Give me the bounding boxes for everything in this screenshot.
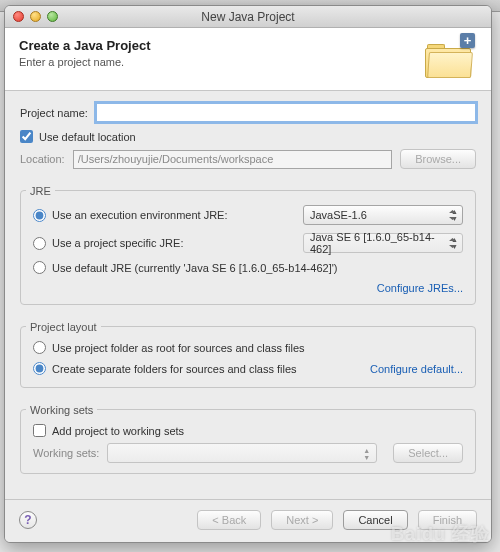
- configure-jres-link[interactable]: Configure JREs...: [33, 282, 463, 294]
- wizard-subtitle: Enter a project name.: [19, 56, 151, 68]
- project-name-label: Project name:: [20, 107, 88, 119]
- exec-env-select[interactable]: JavaSE-1.6▲▼: [303, 205, 463, 225]
- finish-button: Finish: [418, 510, 477, 530]
- layout-separate-radio[interactable]: [33, 362, 46, 375]
- wizard-footer: ? < Back Next > Cancel Finish: [5, 499, 491, 542]
- working-sets-select: ▲▼: [107, 443, 377, 463]
- project-jre-select: Java SE 6 [1.6.0_65-b14-462]▲▼: [303, 233, 463, 253]
- select-working-sets-button: Select...: [393, 443, 463, 463]
- project-layout-group-label: Project layout: [26, 321, 101, 333]
- browse-location-button: Browse...: [400, 149, 476, 169]
- working-sets-label: Working sets:: [33, 447, 99, 459]
- working-sets-group: Add project to working sets Working sets…: [20, 409, 476, 474]
- use-project-jre-radio[interactable]: [33, 237, 46, 250]
- back-button: < Back: [197, 510, 261, 530]
- help-icon[interactable]: ?: [19, 511, 37, 529]
- next-button: Next >: [271, 510, 333, 530]
- use-exec-env-radio[interactable]: [33, 209, 46, 222]
- wizard-heading: Create a Java Project: [19, 38, 151, 53]
- jre-group-label: JRE: [26, 185, 55, 197]
- location-input: [73, 150, 392, 169]
- working-sets-group-label: Working sets: [26, 404, 97, 416]
- cancel-button[interactable]: Cancel: [343, 510, 407, 530]
- project-layout-group: Use project folder as root for sources a…: [20, 326, 476, 388]
- layout-root-radio[interactable]: [33, 341, 46, 354]
- project-name-input[interactable]: [96, 103, 476, 122]
- use-default-location-checkbox[interactable]: Use default location: [20, 130, 476, 143]
- window-title: New Java Project: [5, 10, 491, 24]
- titlebar[interactable]: New Java Project: [5, 6, 491, 28]
- configure-default-link[interactable]: Configure default...: [370, 363, 463, 375]
- dialog-window: New Java Project Create a Java Project E…: [4, 5, 492, 543]
- new-project-folder-icon: +: [425, 36, 473, 78]
- jre-group: Use an execution environment JRE: JavaSE…: [20, 190, 476, 305]
- add-to-working-sets-checkbox[interactable]: Add project to working sets: [33, 424, 463, 437]
- location-label: Location:: [20, 153, 65, 165]
- use-default-jre-radio[interactable]: [33, 261, 46, 274]
- wizard-banner: Create a Java Project Enter a project na…: [5, 28, 491, 91]
